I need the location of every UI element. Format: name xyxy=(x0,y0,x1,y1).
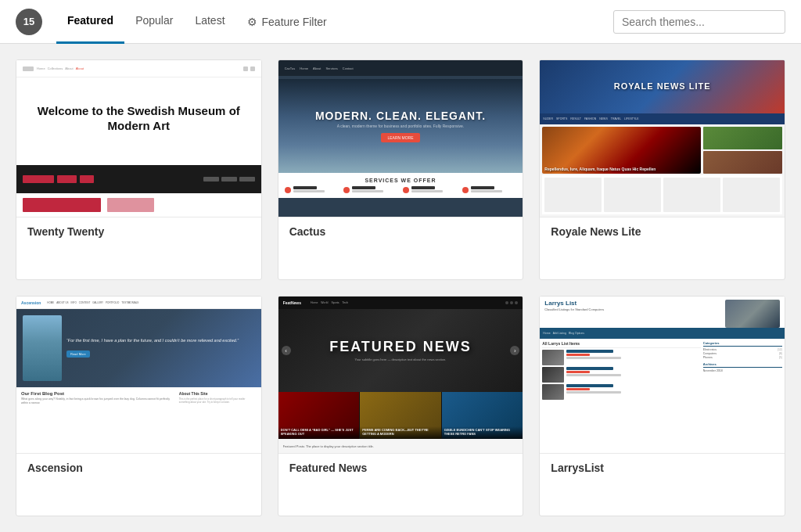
feature-filter-label: Feature Filter xyxy=(262,16,327,28)
tt-topbar: HomeCollectionsAboutAbout xyxy=(16,60,261,77)
ll-listing-price-3 xyxy=(566,388,590,390)
asc-cta-button[interactable]: Read More xyxy=(66,350,90,358)
cactus-title-area: MODERN. CLEAN. ELEGANT. A clean, modern … xyxy=(303,103,498,149)
tab-latest[interactable]: Latest xyxy=(184,0,235,44)
royale-nav-fashion: FASHION xyxy=(584,117,596,120)
asc-main: Our First Blog Post What goes along your… xyxy=(21,391,176,449)
ll-cat-electronics: Electronics (12) xyxy=(703,348,782,351)
ll-sidebar: Categories Electronics (12) Computers (8… xyxy=(703,341,782,451)
asc-nav-home: HOME xyxy=(47,301,54,304)
ll-cat-phones: Phones (5) xyxy=(703,356,782,359)
ll-listing-row-3 xyxy=(542,384,700,400)
fn-prev-arrow[interactable]: ‹ xyxy=(282,346,291,355)
fn-headline-sub: Your subtitle goes here — descriptive te… xyxy=(329,358,472,361)
ll-cat-count-1: (12) xyxy=(778,348,782,351)
theme-grid: HomeCollectionsAboutAbout Welcome to the… xyxy=(0,44,801,532)
fn-thumb-2-text: PERMS ARE COMING BACK—BUT THEY’RE GETTIN… xyxy=(362,429,439,437)
ll-header-left: Larrys List Classified Listings for Stan… xyxy=(544,300,604,311)
fn-nav: Home World Sports Tech xyxy=(311,301,348,304)
ll-archive-nov: November 2018 xyxy=(703,369,782,372)
ll-cat-computers: Computers (8) xyxy=(703,352,782,355)
tt-pink-block2 xyxy=(107,198,154,212)
ll-listing-info-3 xyxy=(566,384,621,394)
ll-sidebar-categories: Categories Electronics (12) Computers (8… xyxy=(703,341,782,360)
royale-bottom-1 xyxy=(544,178,602,212)
cactus-services: SERVICES WE OFFER xyxy=(278,173,523,198)
tab-popular[interactable]: Popular xyxy=(124,0,184,44)
cactus-custom-label xyxy=(352,186,375,189)
tab-featured[interactable]: Featured xyxy=(56,0,124,44)
ll-listing-desc-1 xyxy=(566,357,621,359)
asc-logo: Ascension xyxy=(21,300,41,305)
theme-card-cactus[interactable]: CacTus Home About Services Contact MODER… xyxy=(278,59,524,280)
theme-card-twenty-twenty[interactable]: HomeCollectionsAboutAbout Welcome to the… xyxy=(16,59,262,280)
ll-listing-title-2 xyxy=(566,367,613,370)
gear-icon: ⚙ xyxy=(247,16,257,28)
ll-main: All Larrys List Items xyxy=(542,341,700,451)
fn-nav-dots xyxy=(505,301,518,304)
ll-cat-count-2: (8) xyxy=(779,352,782,355)
fn-logo: FeatNews xyxy=(283,300,301,305)
royale-thumb-1 xyxy=(703,127,782,149)
asc-quote-area: “For the first time, I have a plan for t… xyxy=(66,338,255,358)
asc-nav-content: CONTENT xyxy=(79,301,91,304)
cactus-woo-label xyxy=(471,186,494,189)
asc-sidebar-text: This is the perfect place for a short pa… xyxy=(179,397,257,404)
cactus-service-modern xyxy=(285,186,339,193)
cactus-custom-text xyxy=(352,186,383,192)
royale-header-title: ROYALE NEWS LITE xyxy=(552,82,772,92)
fn-thumb-1-text: DON’T CALL DEMI A “BAD GIRL” — SHE’S JUS… xyxy=(281,429,357,437)
ll-nav-home: Home xyxy=(543,332,550,335)
theme-card-larrys[interactable]: Larrys List Classified Listings for Stan… xyxy=(539,296,785,516)
fn-next-arrow[interactable]: › xyxy=(510,346,519,355)
royale-overlay: Repellendus, Iure, Aliquam, Itaque Natus… xyxy=(544,167,698,171)
cactus-main-title: MODERN. CLEAN. ELEGANT. xyxy=(315,110,486,122)
feature-filter[interactable]: ⚙ Feature Filter xyxy=(236,0,338,44)
royale-bottom-bar xyxy=(542,175,782,214)
asc-sidebar: About This Site This is the perfect plac… xyxy=(179,391,257,449)
ll-listing-photo-2 xyxy=(542,367,564,383)
royale-nav-slider: SLIDER xyxy=(543,117,553,120)
ll-listing-desc-3 xyxy=(566,391,621,394)
search-box xyxy=(613,10,785,34)
royale-nav-news: NEWS xyxy=(599,117,608,120)
cactus-cta-button[interactable]: LEARN MORE xyxy=(381,133,419,142)
cactus-nav-services: Services xyxy=(325,66,337,70)
ll-main-title: All Larrys List Items xyxy=(542,341,700,348)
royale-header: ROYALE NEWS LITE xyxy=(540,60,785,113)
cactus-logo: CacTus xyxy=(285,66,296,70)
cactus-minute-label xyxy=(411,186,435,189)
theme-card-ascension[interactable]: Ascension HOME ABOUT US INFO CONTENT GAL… xyxy=(16,296,262,516)
fn-caption: Featured Posts: The place to display you… xyxy=(278,439,523,453)
theme-card-royale[interactable]: ROYALE NEWS LITE SLIDER SPORTS RESULT FA… xyxy=(539,59,785,280)
cactus-service-woo xyxy=(462,186,517,193)
search-input[interactable] xyxy=(613,10,785,34)
asc-nav-items: HOME ABOUT US INFO CONTENT GALLERY PORTF… xyxy=(47,301,138,304)
tt-site-logo xyxy=(23,66,34,71)
asc-person-photo xyxy=(23,315,62,381)
fn-hero: FEATURED NEWS Your subtitle goes here — … xyxy=(278,309,523,392)
theme-name-featured-news: Featured News xyxy=(278,453,523,482)
royale-bottom-3 xyxy=(663,178,720,212)
asc-nav-portfolio: PORTFOLIO xyxy=(106,301,119,304)
cactus-modern-label xyxy=(293,186,317,189)
ll-listing-info-1 xyxy=(566,350,621,359)
tt-search-icon xyxy=(250,66,255,71)
asc-sidebar-title: About This Site xyxy=(179,391,257,396)
cactus-modern-desc xyxy=(293,190,325,192)
ll-listing-title-1 xyxy=(566,350,613,353)
ll-listing-price-2 xyxy=(566,371,590,373)
tt-footer-block2 xyxy=(57,175,77,183)
royale-sidebar xyxy=(703,127,782,174)
theme-count: 15 xyxy=(23,16,34,27)
fn-dot-3 xyxy=(515,301,518,304)
cactus-nav-contact: Contact xyxy=(343,66,354,70)
cactus-service-row xyxy=(285,186,517,193)
ll-nav-listing: Add Listing xyxy=(553,332,566,335)
royale-nav-result: RESULT xyxy=(570,117,581,120)
theme-preview-royale: ROYALE NEWS LITE SLIDER SPORTS RESULT FA… xyxy=(540,60,785,217)
ll-listing-title-3 xyxy=(566,384,613,387)
theme-name-ascension: Ascension xyxy=(16,453,261,482)
theme-preview-cactus: CacTus Home About Services Contact MODER… xyxy=(278,60,523,217)
theme-card-featured-news[interactable]: FeatNews Home World Sports Tech FEATURED… xyxy=(278,296,524,516)
